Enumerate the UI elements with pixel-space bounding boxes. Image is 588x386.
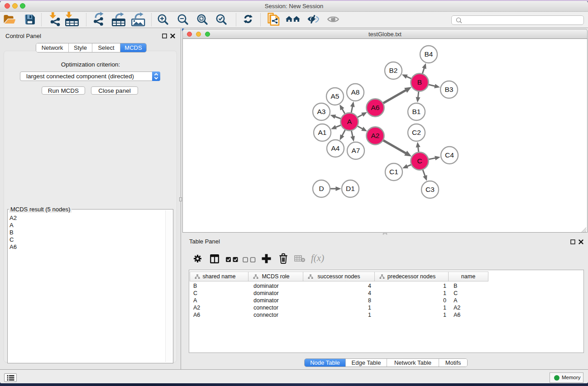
svg-text:A3: A3 (317, 108, 326, 115)
svg-text:A5: A5 (331, 92, 339, 100)
svg-text:C2: C2 (412, 129, 421, 136)
svg-text:D: D (319, 185, 324, 192)
svg-text:B: B (417, 78, 422, 86)
svg-text:A2: A2 (371, 132, 380, 139)
svg-text:D1: D1 (346, 185, 355, 192)
svg-text:C: C (417, 157, 422, 165)
svg-text:C1: C1 (389, 168, 398, 176)
svg-text:B3: B3 (445, 86, 454, 93)
svg-text:A6: A6 (371, 104, 380, 111)
svg-text:A7: A7 (352, 147, 360, 154)
svg-text:B2: B2 (389, 67, 398, 74)
svg-text:C3: C3 (425, 186, 435, 193)
svg-text:C4: C4 (445, 151, 454, 159)
svg-text:A4: A4 (331, 144, 340, 152)
svg-text:B1: B1 (412, 108, 421, 115)
svg-text:A: A (347, 118, 352, 125)
svg-text:A8: A8 (351, 88, 360, 96)
svg-text:B4: B4 (425, 50, 433, 58)
svg-text:A1: A1 (318, 129, 327, 136)
